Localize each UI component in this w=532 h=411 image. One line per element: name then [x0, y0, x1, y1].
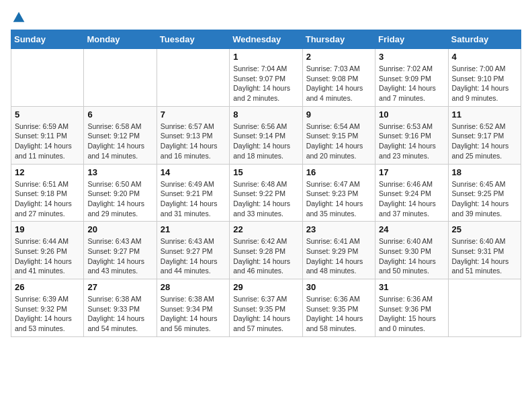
calendar-week-row: 26Sunrise: 6:39 AMSunset: 9:32 PMDayligh… [11, 279, 521, 337]
day-info: Sunrise: 6:37 AMSunset: 9:35 PMDaylight:… [233, 294, 298, 334]
calendar-cell [11, 49, 84, 107]
day-info: Sunrise: 6:36 AMSunset: 9:36 PMDaylight:… [379, 294, 444, 334]
day-info: Sunrise: 6:52 AMSunset: 9:17 PMDaylight:… [452, 122, 517, 161]
day-number: 26 [15, 282, 80, 292]
day-info: Sunrise: 6:54 AMSunset: 9:15 PMDaylight:… [306, 122, 371, 161]
calendar-cell: 1Sunrise: 7:04 AMSunset: 9:07 PMDaylight… [230, 49, 302, 107]
calendar-header-row: SundayMondayTuesdayWednesdayThursdayFrid… [11, 30, 521, 49]
calendar-cell: 3Sunrise: 7:02 AMSunset: 9:09 PMDaylight… [375, 49, 448, 107]
calendar-cell: 25Sunrise: 6:40 AMSunset: 9:31 PMDayligh… [448, 222, 521, 279]
day-number: 10 [379, 109, 444, 120]
day-info: Sunrise: 6:41 AMSunset: 9:29 PMDaylight:… [306, 236, 371, 276]
day-number: 27 [87, 282, 152, 292]
calendar-cell: 23Sunrise: 6:41 AMSunset: 9:29 PMDayligh… [302, 222, 375, 279]
day-number: 1 [233, 52, 298, 62]
day-number: 11 [452, 109, 517, 120]
day-number: 24 [379, 224, 444, 234]
day-info: Sunrise: 6:53 AMSunset: 9:16 PMDaylight:… [379, 122, 444, 161]
calendar-cell: 13Sunrise: 6:50 AMSunset: 9:20 PMDayligh… [84, 164, 157, 222]
day-info: Sunrise: 7:02 AMSunset: 9:09 PMDaylight:… [379, 64, 444, 103]
day-info: Sunrise: 6:43 AMSunset: 9:27 PMDaylight:… [161, 236, 226, 276]
day-number: 7 [161, 109, 226, 120]
calendar-cell: 31Sunrise: 6:36 AMSunset: 9:36 PMDayligh… [375, 279, 448, 337]
header [11, 11, 521, 24]
calendar-week-row: 12Sunrise: 6:51 AMSunset: 9:18 PMDayligh… [11, 164, 521, 222]
day-info: Sunrise: 6:42 AMSunset: 9:28 PMDaylight:… [233, 236, 298, 276]
day-number: 21 [161, 224, 226, 234]
day-number: 2 [306, 52, 371, 62]
calendar-cell: 5Sunrise: 6:59 AMSunset: 9:11 PMDaylight… [11, 106, 84, 164]
logo [11, 11, 26, 24]
day-info: Sunrise: 7:04 AMSunset: 9:07 PMDaylight:… [233, 64, 298, 103]
day-info: Sunrise: 6:56 AMSunset: 9:14 PMDaylight:… [233, 122, 298, 161]
day-info: Sunrise: 6:48 AMSunset: 9:22 PMDaylight:… [233, 179, 298, 219]
day-number: 28 [161, 282, 226, 292]
day-number: 5 [15, 109, 80, 120]
day-number: 4 [452, 52, 517, 62]
calendar-cell: 7Sunrise: 6:57 AMSunset: 9:13 PMDaylight… [157, 106, 229, 164]
day-of-week-header: Wednesday [230, 30, 302, 49]
day-info: Sunrise: 6:46 AMSunset: 9:24 PMDaylight:… [379, 179, 444, 219]
calendar-week-row: 1Sunrise: 7:04 AMSunset: 9:07 PMDaylight… [11, 49, 521, 107]
calendar-week-row: 5Sunrise: 6:59 AMSunset: 9:11 PMDaylight… [11, 106, 521, 164]
calendar-cell: 20Sunrise: 6:43 AMSunset: 9:27 PMDayligh… [84, 222, 157, 279]
day-number: 22 [233, 224, 298, 234]
day-info: Sunrise: 6:49 AMSunset: 9:21 PMDaylight:… [161, 179, 226, 219]
calendar-cell: 21Sunrise: 6:43 AMSunset: 9:27 PMDayligh… [157, 222, 229, 279]
calendar-cell: 11Sunrise: 6:52 AMSunset: 9:17 PMDayligh… [448, 106, 521, 164]
day-info: Sunrise: 6:40 AMSunset: 9:31 PMDaylight:… [452, 236, 517, 276]
calendar-cell [157, 49, 229, 107]
day-number: 31 [379, 282, 444, 292]
calendar-cell: 18Sunrise: 6:45 AMSunset: 9:25 PMDayligh… [448, 164, 521, 222]
day-of-week-header: Saturday [448, 30, 521, 49]
day-info: Sunrise: 6:44 AMSunset: 9:26 PMDaylight:… [15, 236, 80, 276]
day-number: 19 [15, 224, 80, 234]
calendar-cell: 26Sunrise: 6:39 AMSunset: 9:32 PMDayligh… [11, 279, 84, 337]
day-info: Sunrise: 6:51 AMSunset: 9:18 PMDaylight:… [15, 179, 80, 219]
day-number: 18 [452, 167, 517, 177]
day-number: 9 [306, 109, 371, 120]
calendar-cell: 19Sunrise: 6:44 AMSunset: 9:26 PMDayligh… [11, 222, 84, 279]
calendar-cell [84, 49, 157, 107]
day-info: Sunrise: 6:47 AMSunset: 9:23 PMDaylight:… [306, 179, 371, 219]
day-number: 29 [233, 282, 298, 292]
calendar-cell: 6Sunrise: 6:58 AMSunset: 9:12 PMDaylight… [84, 106, 157, 164]
day-of-week-header: Thursday [302, 30, 375, 49]
day-number: 30 [306, 282, 371, 292]
day-info: Sunrise: 6:45 AMSunset: 9:25 PMDaylight:… [452, 179, 517, 219]
day-info: Sunrise: 6:40 AMSunset: 9:30 PMDaylight:… [379, 236, 444, 276]
calendar-cell: 22Sunrise: 6:42 AMSunset: 9:28 PMDayligh… [230, 222, 302, 279]
day-number: 12 [15, 167, 80, 177]
day-info: Sunrise: 6:57 AMSunset: 9:13 PMDaylight:… [161, 122, 226, 161]
calendar-table: SundayMondayTuesdayWednesdayThursdayFrid… [11, 30, 521, 337]
calendar-cell: 8Sunrise: 6:56 AMSunset: 9:14 PMDaylight… [230, 106, 302, 164]
calendar-cell: 17Sunrise: 6:46 AMSunset: 9:24 PMDayligh… [375, 164, 448, 222]
logo-icon [12, 11, 26, 24]
calendar-cell: 28Sunrise: 6:38 AMSunset: 9:34 PMDayligh… [157, 279, 229, 337]
calendar-cell: 16Sunrise: 6:47 AMSunset: 9:23 PMDayligh… [302, 164, 375, 222]
day-info: Sunrise: 7:03 AMSunset: 9:08 PMDaylight:… [306, 64, 371, 103]
day-number: 17 [379, 167, 444, 177]
day-number: 6 [87, 109, 152, 120]
calendar-cell: 30Sunrise: 6:36 AMSunset: 9:35 PMDayligh… [302, 279, 375, 337]
day-info: Sunrise: 6:38 AMSunset: 9:34 PMDaylight:… [161, 294, 226, 334]
day-info: Sunrise: 6:36 AMSunset: 9:35 PMDaylight:… [306, 294, 371, 334]
day-of-week-header: Monday [84, 30, 157, 49]
day-number: 23 [306, 224, 371, 234]
day-number: 8 [233, 109, 298, 120]
calendar-cell: 14Sunrise: 6:49 AMSunset: 9:21 PMDayligh… [157, 164, 229, 222]
day-number: 25 [452, 224, 517, 234]
calendar-cell: 10Sunrise: 6:53 AMSunset: 9:16 PMDayligh… [375, 106, 448, 164]
calendar-cell: 27Sunrise: 6:38 AMSunset: 9:33 PMDayligh… [84, 279, 157, 337]
day-info: Sunrise: 6:43 AMSunset: 9:27 PMDaylight:… [87, 236, 152, 276]
day-of-week-header: Friday [375, 30, 448, 49]
day-info: Sunrise: 6:50 AMSunset: 9:20 PMDaylight:… [87, 179, 152, 219]
calendar-cell: 2Sunrise: 7:03 AMSunset: 9:08 PMDaylight… [302, 49, 375, 107]
day-info: Sunrise: 6:38 AMSunset: 9:33 PMDaylight:… [87, 294, 152, 334]
day-number: 13 [87, 167, 152, 177]
calendar-cell: 12Sunrise: 6:51 AMSunset: 9:18 PMDayligh… [11, 164, 84, 222]
day-number: 3 [379, 52, 444, 62]
day-of-week-header: Tuesday [157, 30, 229, 49]
calendar-cell: 9Sunrise: 6:54 AMSunset: 9:15 PMDaylight… [302, 106, 375, 164]
day-info: Sunrise: 6:39 AMSunset: 9:32 PMDaylight:… [15, 294, 80, 334]
